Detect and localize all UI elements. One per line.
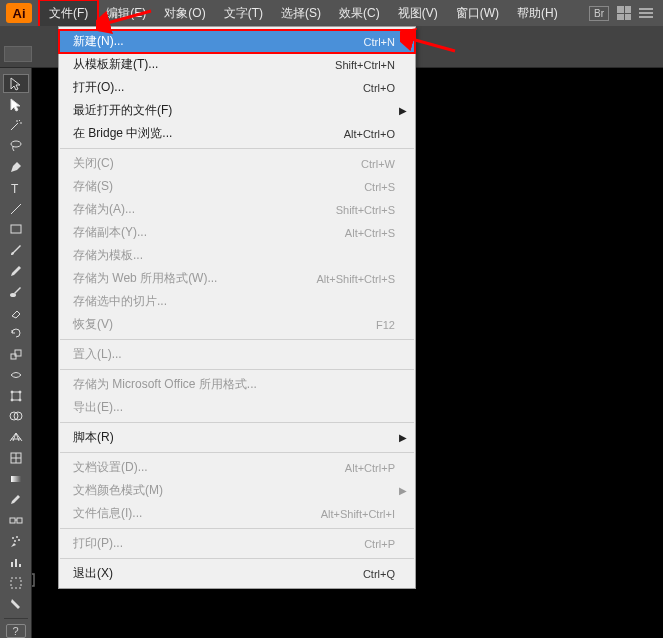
width-tool[interactable] <box>3 365 29 384</box>
svg-line-2 <box>11 204 21 214</box>
menu-帮助[interactable]: 帮助(H) <box>508 1 567 26</box>
menu-item-label: 存储为(A)... <box>73 201 336 218</box>
svg-line-29 <box>104 11 151 24</box>
selection-tool[interactable] <box>3 74 29 93</box>
svg-rect-27 <box>19 564 21 567</box>
line-tool[interactable] <box>3 199 29 218</box>
menu-item-shortcut: Alt+Ctrl+O <box>344 128 395 140</box>
svg-point-11 <box>19 399 21 401</box>
menu-item-label: 从模板新建(T)... <box>73 56 335 73</box>
slice-tool[interactable] <box>3 594 29 613</box>
menu-item-shortcut: Shift+Ctrl+N <box>335 59 395 71</box>
menu-item-20[interactable]: 脚本(R)▶ <box>59 426 415 449</box>
menu-item-1[interactable]: 从模板新建(T)...Shift+Ctrl+N <box>59 53 415 76</box>
menu-item-13: 恢复(V)F12 <box>59 313 415 336</box>
arrange-icon[interactable] <box>617 6 631 20</box>
menu-item-label: 退出(X) <box>73 565 363 582</box>
menu-item-28[interactable]: 退出(X)Ctrl+Q <box>59 562 415 585</box>
menu-item-6: 关闭(C)Ctrl+W <box>59 152 415 175</box>
submenu-arrow-icon: ▶ <box>399 485 407 496</box>
submenu-arrow-icon: ▶ <box>399 105 407 116</box>
column-graph-tool[interactable] <box>3 552 29 571</box>
scale-tool[interactable] <box>3 345 29 364</box>
menu-item-shortcut: Ctrl+O <box>363 82 395 94</box>
menu-separator <box>60 369 414 370</box>
symbol-sprayer-tool[interactable] <box>3 532 29 551</box>
menu-视图[interactable]: 视图(V) <box>389 1 447 26</box>
menu-item-shortcut: Alt+Shift+Ctrl+S <box>316 273 395 285</box>
artboard-tool[interactable] <box>3 573 29 592</box>
menu-separator <box>60 558 414 559</box>
eyedropper-tool[interactable] <box>3 490 29 509</box>
menu-窗口[interactable]: 窗口(W) <box>447 1 508 26</box>
menu-item-shortcut: Shift+Ctrl+S <box>336 204 395 216</box>
menu-效果[interactable]: 效果(C) <box>330 1 389 26</box>
menu-item-label: 存储选中的切片... <box>73 293 395 310</box>
magic-wand-tool[interactable] <box>3 116 29 135</box>
menu-item-3[interactable]: 最近打开的文件(F)▶ <box>59 99 415 122</box>
menu-item-label: 存储为 Microsoft Office 所用格式... <box>73 376 395 393</box>
panel-menu-icon[interactable] <box>639 8 653 18</box>
svg-rect-18 <box>10 518 15 523</box>
pencil-tool[interactable] <box>3 261 29 280</box>
menu-文件[interactable]: 文件(F) <box>40 1 97 26</box>
toolbar: T ? <box>0 68 32 638</box>
menu-item-label: 置入(L)... <box>73 346 395 363</box>
menu-item-15: 置入(L)... <box>59 343 415 366</box>
menu-选择[interactable]: 选择(S) <box>272 1 330 26</box>
menu-item-11: 存储为 Web 所用格式(W)...Alt+Shift+Ctrl+S <box>59 267 415 290</box>
svg-point-23 <box>14 540 16 542</box>
menu-item-12: 存储选中的切片... <box>59 290 415 313</box>
menu-item-4[interactable]: 在 Bridge 中浏览...Alt+Ctrl+O <box>59 122 415 145</box>
menu-separator <box>60 528 414 529</box>
mesh-tool[interactable] <box>3 449 29 468</box>
menu-item-label: 导出(E)... <box>73 399 395 416</box>
menu-item-8: 存储为(A)...Shift+Ctrl+S <box>59 198 415 221</box>
menu-item-23: 文档颜色模式(M)▶ <box>59 479 415 502</box>
menu-item-10: 存储为模板... <box>59 244 415 267</box>
menu-item-9: 存储副本(Y)...Alt+Ctrl+S <box>59 221 415 244</box>
pen-tool[interactable] <box>3 158 29 177</box>
svg-rect-26 <box>15 559 17 567</box>
help-button[interactable]: ? <box>6 624 26 638</box>
svg-rect-19 <box>17 518 22 523</box>
direct-selection-tool[interactable] <box>3 95 29 114</box>
annotation-arrow-1 <box>96 6 156 36</box>
menu-文字[interactable]: 文字(T) <box>215 1 272 26</box>
menu-item-label: 文档设置(D)... <box>73 459 345 476</box>
menu-item-shortcut: Ctrl+P <box>364 538 395 550</box>
rectangle-tool[interactable] <box>3 220 29 239</box>
gradient-tool[interactable] <box>3 469 29 488</box>
shape-builder-tool[interactable] <box>3 407 29 426</box>
menu-item-shortcut: Alt+Ctrl+S <box>345 227 395 239</box>
menu-item-shortcut: Ctrl+Q <box>363 568 395 580</box>
perspective-grid-tool[interactable] <box>3 428 29 447</box>
paintbrush-tool[interactable] <box>3 241 29 260</box>
menu-对象[interactable]: 对象(O) <box>155 1 214 26</box>
app-icon: Ai <box>6 3 32 23</box>
blend-tool[interactable] <box>3 511 29 530</box>
bridge-button[interactable]: Br <box>589 6 609 21</box>
eraser-tool[interactable] <box>3 303 29 322</box>
svg-rect-25 <box>11 562 13 567</box>
svg-point-9 <box>19 391 21 393</box>
menu-item-26: 打印(P)...Ctrl+P <box>59 532 415 555</box>
menu-item-shortcut: Alt+Ctrl+P <box>345 462 395 474</box>
menu-item-2[interactable]: 打开(O)...Ctrl+O <box>59 76 415 99</box>
svg-text:T: T <box>11 182 19 196</box>
menu-item-shortcut: Alt+Shift+Ctrl+I <box>321 508 395 520</box>
svg-line-30 <box>408 38 455 51</box>
svg-point-21 <box>12 537 14 539</box>
menu-item-label: 在 Bridge 中浏览... <box>73 125 344 142</box>
rotate-tool[interactable] <box>3 324 29 343</box>
menu-item-label: 关闭(C) <box>73 155 361 172</box>
svg-point-10 <box>11 399 13 401</box>
type-tool[interactable]: T <box>3 178 29 197</box>
menu-item-7: 存储(S)Ctrl+S <box>59 175 415 198</box>
lasso-tool[interactable] <box>3 137 29 156</box>
menu-item-label: 文件信息(I)... <box>73 505 321 522</box>
svg-rect-28 <box>11 578 21 588</box>
menu-item-24: 文件信息(I)...Alt+Shift+Ctrl+I <box>59 502 415 525</box>
free-transform-tool[interactable] <box>3 386 29 405</box>
blob-brush-tool[interactable] <box>3 282 29 301</box>
